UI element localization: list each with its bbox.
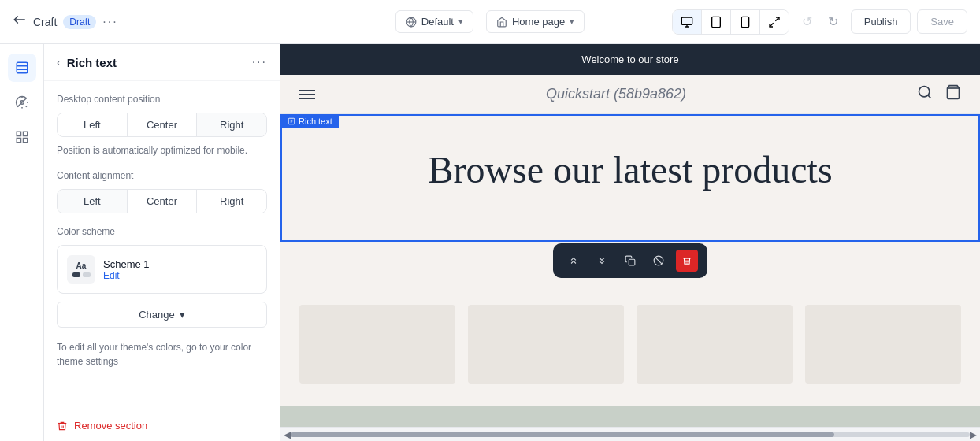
svg-line-10 — [775, 17, 779, 21]
svg-rect-12 — [17, 62, 28, 73]
scheme-preview-text: Aa — [76, 261, 87, 270]
scheme-box: Aa Scheme 1 Edit — [57, 245, 267, 294]
position-hint: Position is automatically optimized for … — [57, 143, 267, 158]
desktop-position-group: Left Center Right — [57, 113, 267, 137]
save-button[interactable]: Save — [917, 9, 967, 34]
scroll-left-icon[interactable]: ◀ — [284, 429, 291, 440]
homepage-label: Home page — [512, 16, 565, 28]
svg-rect-3 — [681, 17, 692, 24]
rich-text-content: Browse our latest products — [282, 116, 978, 240]
canvas-bottom-bar: ◀ ▶ — [280, 427, 980, 441]
sidebar-grid-btn[interactable] — [8, 123, 36, 151]
canvas-area: Welcome to our store Quickstart (58b9a86… — [280, 44, 980, 441]
svg-rect-18 — [23, 139, 27, 143]
change-scheme-btn[interactable]: Change ▾ — [57, 302, 267, 328]
back-icon[interactable] — [13, 13, 27, 31]
scroll-right-icon[interactable]: ▶ — [970, 429, 977, 440]
footer-hint: To edit all your theme's colors, go to y… — [57, 340, 267, 369]
app-name: Craft — [33, 16, 57, 28]
color-scheme-label: Color scheme — [57, 226, 267, 237]
scrollbar-thumb — [291, 432, 834, 437]
search-icon[interactable] — [917, 84, 933, 104]
topbar-left: Craft Draft ··· — [13, 13, 325, 31]
topbar-center: Default ▾ Home page ▾ — [334, 10, 646, 33]
sidebar-settings-btn[interactable] — [8, 88, 36, 117]
svg-point-20 — [919, 87, 930, 97]
svg-rect-27 — [629, 259, 635, 265]
remove-section-btn[interactable]: Remove section — [57, 420, 267, 432]
svg-rect-8 — [741, 17, 748, 27]
change-label: Change — [139, 309, 175, 321]
toolbar-disable-btn[interactable] — [648, 250, 670, 272]
announcement-text: Welcome to our store — [581, 54, 678, 65]
svg-line-29 — [655, 257, 662, 263]
align-right-btn[interactable]: Right — [197, 190, 266, 213]
panel-more-btn[interactable]: ··· — [252, 55, 267, 69]
chevron-home-icon: ▾ — [570, 17, 574, 27]
content-alignment-section: Content alignment Left Center Right — [57, 170, 267, 213]
fullscreen-btn[interactable] — [760, 10, 789, 34]
scheme-swatches — [72, 272, 91, 277]
hamburger-icon[interactable] — [299, 90, 315, 99]
align-left-btn[interactable]: Left — [58, 190, 128, 213]
swatch-dark — [72, 272, 80, 277]
product-placeholder-4 — [805, 305, 961, 384]
scheme-name: Scheme 1 — [103, 258, 257, 270]
homepage-dropdown[interactable]: Home page ▾ — [486, 10, 585, 33]
canvas-scroll[interactable]: Welcome to our store Quickstart (58b9a86… — [280, 44, 980, 427]
redo-btn[interactable]: ↻ — [822, 9, 845, 34]
rich-text-heading: Browse our latest products — [345, 147, 915, 193]
desktop-view-btn[interactable] — [673, 10, 702, 34]
main-layout: ‹ Rich text ··· Desktop content position… — [0, 44, 980, 441]
content-alignment-label: Content alignment — [57, 170, 267, 181]
store-nav-icons — [917, 84, 961, 104]
cart-icon[interactable] — [945, 84, 961, 104]
store-nav: Quickstart (58b9a862) — [280, 75, 980, 114]
products-row — [280, 286, 980, 402]
rich-text-label: Rich text — [281, 115, 339, 128]
toolbar-move-up-btn[interactable] — [562, 250, 585, 272]
svg-line-11 — [770, 23, 774, 27]
panel-header-left: ‹ Rich text — [57, 56, 117, 69]
mobile-view-btn[interactable] — [731, 10, 760, 34]
announcement-bar: Welcome to our store — [280, 44, 980, 75]
scheme-edit-link[interactable]: Edit — [103, 270, 257, 281]
position-left-btn[interactable]: Left — [58, 113, 128, 136]
default-dropdown[interactable]: Default ▾ — [395, 10, 473, 33]
chevron-down-icon: ▾ — [458, 17, 463, 27]
product-placeholder-2 — [468, 305, 624, 384]
floating-toolbar — [553, 243, 707, 278]
toolbar-duplicate-btn[interactable] — [619, 250, 641, 272]
canvas-horizontal-scrollbar[interactable] — [291, 432, 970, 437]
position-center-btn[interactable]: Center — [128, 113, 198, 136]
alignment-group: Left Center Right — [57, 189, 267, 213]
panel-content: Desktop content position Left Center Rig… — [44, 81, 280, 410]
swatch-light — [83, 272, 91, 277]
toolbar-move-down-btn[interactable] — [591, 250, 613, 272]
topbar: Craft Draft ··· Default ▾ Home page ▾ — [0, 0, 980, 44]
svg-rect-16 — [17, 132, 20, 135]
rich-text-section[interactable]: Rich text Browse our latest products — [280, 114, 980, 242]
svg-rect-6 — [711, 17, 720, 27]
color-scheme-section: Color scheme Aa Scheme 1 Edit — [57, 226, 267, 369]
toolbar-delete-btn[interactable] — [676, 250, 698, 272]
change-chevron-icon: ▾ — [180, 309, 185, 321]
position-right-btn[interactable]: Right — [197, 113, 266, 136]
tablet-view-btn[interactable] — [702, 10, 731, 34]
rich-text-tag-label: Rich text — [299, 117, 332, 126]
default-label: Default — [421, 16, 454, 28]
product-placeholder-1 — [299, 305, 455, 384]
align-center-btn[interactable]: Center — [128, 190, 198, 213]
desktop-position-label: Desktop content position — [57, 94, 267, 105]
undo-btn[interactable]: ↺ — [796, 9, 819, 34]
scheme-preview: Aa — [67, 255, 95, 284]
more-menu-icon[interactable]: ··· — [102, 15, 117, 29]
remove-label: Remove section — [74, 420, 147, 432]
product-placeholder-3 — [637, 305, 793, 384]
icon-sidebar — [0, 44, 44, 441]
panel-back-btn[interactable]: ‹ — [57, 56, 61, 69]
sidebar-layers-btn[interactable] — [8, 54, 36, 82]
scheme-info: Scheme 1 Edit — [103, 258, 257, 281]
publish-button[interactable]: Publish — [851, 9, 911, 34]
svg-rect-17 — [23, 132, 27, 135]
